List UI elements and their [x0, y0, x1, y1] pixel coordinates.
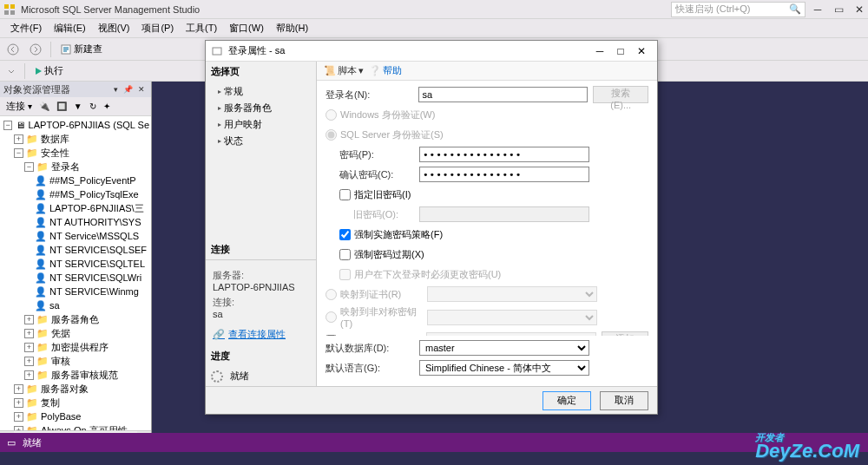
panel-dropdown-button[interactable]: ▾ — [111, 85, 121, 94]
win-auth-label: Windows 身份验证(W) — [340, 108, 435, 121]
enforce-expire-checkbox[interactable] — [339, 249, 351, 260]
svg-rect-1 — [10, 4, 15, 9]
tree-security[interactable]: −📁安全性 — [2, 146, 149, 160]
confirm-input[interactable] — [419, 167, 589, 182]
tree-audit-specs[interactable]: +📁服务器审核规范 — [2, 368, 149, 382]
maximize-button[interactable]: ▭ — [833, 4, 844, 15]
quick-launch-placeholder: 快速启动 (Ctrl+Q) — [675, 3, 789, 16]
tree-login-sa[interactable]: 👤sa — [2, 298, 149, 312]
map-cert-label: 映射到证书(R) — [340, 288, 427, 301]
nav-fwd-button[interactable] — [26, 42, 45, 57]
dialog-close-button[interactable]: ✕ — [631, 43, 652, 60]
app-logo-icon — [3, 3, 16, 16]
object-tree[interactable]: −🖥LAPTOP-6PNJIIAS (SQL Se +📁数据库 −📁安全性 −📁… — [0, 116, 151, 430]
pt-btn-5[interactable]: ✦ — [101, 100, 113, 113]
tree-login-item[interactable]: 👤##MS_PolicyEventP — [2, 174, 149, 187]
pt-btn-2[interactable]: 🔲 — [54, 100, 69, 113]
password-label: 密码(P): — [326, 148, 419, 161]
enforce-policy-checkbox[interactable] — [339, 229, 351, 240]
tree-crypto[interactable]: +📁加密提供程序 — [2, 340, 149, 354]
menu-view[interactable]: 视图(V) — [93, 20, 135, 36]
folder-icon: 📁 — [36, 313, 49, 325]
menu-project[interactable]: 项目(P) — [136, 20, 179, 36]
password-input[interactable] — [419, 147, 589, 162]
enforce-expire-label: 强制密码过期(X) — [354, 248, 424, 261]
win-auth-radio — [326, 109, 337, 121]
tree-login-item[interactable]: 👤##MS_PolicyTsqlExe — [2, 187, 149, 201]
tree-logins[interactable]: −📁登录名 — [2, 160, 149, 174]
folder-icon: 📁 — [26, 133, 38, 145]
page-server-roles[interactable]: 服务器角色 — [206, 100, 316, 116]
db-select[interactable] — [3, 65, 19, 77]
tree-server-roles[interactable]: +📁服务器角色 — [2, 312, 149, 326]
svg-rect-0 — [4, 4, 9, 9]
new-query-button[interactable]: 新建查 — [56, 41, 106, 57]
old-password-input — [419, 206, 589, 222]
folder-icon: 📁 — [26, 147, 38, 159]
svg-point-4 — [8, 44, 18, 55]
tree-replication[interactable]: +📁复制 — [2, 396, 149, 409]
menu-tools[interactable]: 工具(T) — [181, 20, 222, 36]
tree-audits[interactable]: +📁审核 — [2, 354, 149, 368]
default-lang-select[interactable]: Simplified Chinese - 简体中文 — [419, 360, 589, 376]
tree-alwayson[interactable]: +📁Always On 高可用性 — [2, 423, 149, 430]
must-change-checkbox — [339, 269, 351, 280]
tree-credentials[interactable]: +📁凭据 — [2, 326, 149, 340]
minimize-button[interactable]: ─ — [812, 4, 823, 15]
svg-rect-3 — [10, 10, 15, 15]
tree-databases[interactable]: +📁数据库 — [2, 132, 149, 146]
login-name-input[interactable] — [418, 87, 588, 102]
confirm-label: 确认密码(C): — [326, 168, 419, 181]
cancel-button[interactable]: 取消 — [600, 391, 648, 410]
tree-login-item[interactable]: 👤NT SERVICE\SQLWri — [2, 271, 149, 285]
close-button[interactable]: ✕ — [854, 4, 865, 15]
tree-root[interactable]: −🖥LAPTOP-6PNJIIAS (SQL Se — [2, 118, 149, 132]
tree-login-item[interactable]: 👤NT SERVICE\SQLTEL — [2, 257, 149, 271]
execute-button[interactable]: 执行 — [30, 62, 67, 79]
tree-login-item[interactable]: 👤LAPTOP-6PNJIIAS\三 — [2, 201, 149, 215]
tree-login-item[interactable]: 👤NT SERVICE\SQLSEF — [2, 243, 149, 257]
pt-btn-1[interactable]: 🔌 — [36, 100, 52, 113]
connect-button[interactable]: 连接 ▾ — [3, 98, 35, 115]
tree-login-item[interactable]: 👤NT AUTHORITY\SYS — [2, 215, 149, 229]
dialog-minimize-button[interactable]: ─ — [589, 43, 610, 60]
search-icon: 🔍 — [789, 3, 801, 15]
pt-btn-3[interactable]: ▼ — [71, 100, 85, 113]
pt-btn-4[interactable]: ↻ — [87, 100, 99, 113]
panel-pin-button[interactable]: 📌 — [121, 85, 135, 94]
tree-login-item[interactable]: 👤NT SERVICE\Winmg — [2, 285, 149, 298]
default-db-select[interactable]: master — [419, 340, 589, 356]
default-db-label: 默认数据库(D): — [326, 342, 419, 355]
svg-rect-7 — [213, 48, 221, 55]
default-lang-label: 默认语言(G): — [326, 362, 419, 375]
script-button[interactable]: 📜脚本 ▾ — [324, 64, 364, 77]
page-user-mapping[interactable]: 用户映射 — [206, 116, 316, 133]
new-query-label: 新建查 — [74, 43, 102, 56]
sql-auth-radio — [326, 129, 337, 141]
nav-back-button[interactable] — [3, 42, 23, 57]
server-value: LAPTOP-6PNJIIAS — [213, 282, 309, 292]
status-icon: ▭ — [7, 437, 17, 448]
map-asym-radio — [326, 311, 337, 323]
folder-icon: 📁 — [26, 383, 38, 395]
menu-help[interactable]: 帮助(H) — [271, 20, 313, 36]
dialog-maximize-button[interactable]: □ — [610, 43, 631, 60]
menu-edit[interactable]: 编辑(E) — [49, 20, 91, 36]
specify-old-checkbox[interactable] — [339, 189, 351, 200]
page-general[interactable]: 常规 — [206, 83, 316, 100]
tree-server-objects[interactable]: +📁服务器对象 — [2, 382, 149, 396]
menu-file[interactable]: 文件(F) — [5, 20, 47, 36]
help-button[interactable]: ❔帮助 — [369, 64, 402, 77]
server-icon: 🖥 — [15, 119, 26, 131]
quick-launch-input[interactable]: 快速启动 (Ctrl+Q) 🔍 — [671, 2, 806, 17]
panel-close-button[interactable]: ✕ — [135, 85, 148, 94]
ok-button[interactable]: 确定 — [542, 391, 591, 410]
page-status[interactable]: 状态 — [206, 133, 316, 149]
view-conn-props-link[interactable]: 🔗查看连接属性 — [213, 328, 309, 341]
panel-title: 对象资源管理器 — [3, 83, 111, 96]
menu-window[interactable]: 窗口(W) — [224, 20, 269, 36]
tree-login-item[interactable]: 👤NT Service\MSSQLS — [2, 229, 149, 243]
progress-section-header: 进度 — [206, 346, 316, 366]
folder-icon: 📁 — [36, 341, 49, 353]
tree-polybase[interactable]: +📁PolyBase — [2, 409, 149, 423]
